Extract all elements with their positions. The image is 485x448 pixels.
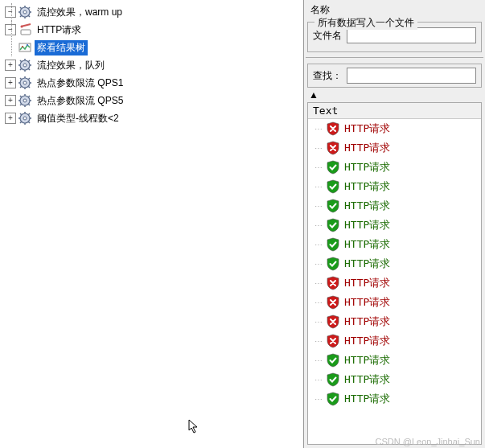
result-row[interactable]: ⋯HTTP请求 bbox=[308, 177, 481, 196]
gear-icon bbox=[18, 76, 32, 90]
result-label: HTTP请求 bbox=[344, 276, 390, 290]
svg-line-8 bbox=[20, 16, 22, 18]
result-row[interactable]: ⋯HTTP请求 bbox=[308, 235, 481, 254]
svg-line-6 bbox=[20, 7, 22, 9]
result-label: HTTP请求 bbox=[344, 353, 390, 368]
expand-icon[interactable]: + bbox=[5, 77, 16, 88]
results-header[interactable]: Text bbox=[308, 103, 481, 119]
mouse-cursor bbox=[188, 419, 199, 434]
gear-icon bbox=[18, 58, 32, 72]
svg-line-53 bbox=[20, 122, 22, 124]
tree-pane: −流控效果，warm up−HTTP请求察看结果树+流控效果，队列+热点参数限流… bbox=[0, 0, 304, 448]
svg-line-22 bbox=[29, 60, 31, 62]
tree-item-label: 热点参数限流 QPS1 bbox=[35, 76, 125, 91]
result-row[interactable]: ⋯HTTP请求 bbox=[308, 216, 481, 235]
tree-item[interactable]: +热点参数限流 QPS1 bbox=[0, 74, 303, 92]
shield-ok-icon bbox=[326, 218, 340, 232]
result-row[interactable]: ⋯HTTP请求 bbox=[308, 312, 481, 331]
tree-item-label: 流控效果，warm up bbox=[35, 5, 125, 20]
tree-item[interactable]: +阈值类型-线程数<2 bbox=[0, 109, 303, 127]
gear-icon bbox=[18, 111, 32, 125]
result-row[interactable]: ⋯HTTP请求 bbox=[308, 138, 481, 158]
gear-icon bbox=[18, 93, 32, 108]
tree-connector: ⋯ bbox=[314, 318, 326, 327]
svg-line-54 bbox=[29, 122, 31, 124]
tree-connector: ⋯ bbox=[314, 279, 326, 288]
svg-point-36 bbox=[23, 99, 27, 102]
svg-line-33 bbox=[20, 87, 22, 88]
svg-point-16 bbox=[23, 64, 27, 67]
result-label: HTTP请求 bbox=[344, 141, 390, 155]
shield-error-icon bbox=[326, 276, 340, 290]
tree-connector: ⋯ bbox=[314, 260, 326, 269]
filename-input[interactable] bbox=[347, 27, 476, 43]
result-label: HTTP请求 bbox=[344, 372, 390, 387]
collapse-icon[interactable]: − bbox=[5, 24, 16, 35]
tree-item[interactable]: −HTTP请求 bbox=[0, 21, 303, 39]
expand-icon[interactable]: + bbox=[5, 60, 16, 71]
search-input[interactable] bbox=[347, 68, 476, 84]
shield-ok-icon bbox=[326, 353, 340, 368]
results-icon bbox=[18, 40, 32, 55]
collapse-up-icon[interactable]: ▲ bbox=[304, 89, 485, 101]
search-box: 查找： bbox=[307, 64, 482, 88]
shield-ok-icon bbox=[326, 199, 340, 213]
svg-line-43 bbox=[20, 105, 22, 106]
tree-item[interactable]: +热点参数限流 QPS5 bbox=[0, 92, 303, 109]
shield-error-icon bbox=[326, 314, 340, 329]
svg-line-41 bbox=[20, 96, 22, 97]
result-row[interactable]: ⋯HTTP请求 bbox=[308, 331, 481, 351]
result-row[interactable]: ⋯HTTP请求 bbox=[308, 119, 481, 138]
tree-item[interactable]: −流控效果，warm up bbox=[0, 3, 303, 21]
tree-item[interactable]: 察看结果树 bbox=[0, 39, 303, 56]
result-row[interactable]: ⋯HTTP请求 bbox=[308, 293, 481, 312]
tree-connector: ⋯ bbox=[314, 144, 326, 153]
svg-line-32 bbox=[29, 78, 31, 80]
separator bbox=[306, 57, 483, 59]
result-row[interactable]: ⋯HTTP请求 bbox=[308, 254, 481, 273]
result-row[interactable]: ⋯HTTP请求 bbox=[308, 158, 481, 177]
tree-connector: ⋯ bbox=[314, 240, 326, 249]
svg-line-42 bbox=[29, 96, 31, 97]
collapse-icon[interactable]: − bbox=[5, 6, 16, 18]
tree-item-label: 察看结果树 bbox=[35, 40, 88, 55]
search-label: 查找： bbox=[313, 69, 342, 83]
svg-point-46 bbox=[23, 117, 27, 120]
tree-item[interactable]: +流控效果，队列 bbox=[0, 56, 303, 74]
svg-point-14 bbox=[27, 44, 28, 46]
result-row[interactable]: ⋯HTTP请求 bbox=[308, 273, 481, 293]
svg-line-34 bbox=[29, 87, 31, 88]
svg-point-13 bbox=[22, 46, 23, 47]
tree-connector: ⋯ bbox=[314, 183, 326, 191]
svg-line-9 bbox=[29, 16, 31, 18]
result-label: HTTP请求 bbox=[344, 121, 390, 136]
name-label: 名称 bbox=[310, 3, 330, 17]
shield-ok-icon bbox=[326, 160, 340, 175]
result-row[interactable]: ⋯HTTP请求 bbox=[308, 196, 481, 216]
tree-item-label: 流控效果，队列 bbox=[35, 58, 107, 73]
tree-connector: ⋯ bbox=[314, 221, 326, 230]
results-panel: Text ⋯HTTP请求⋯HTTP请求⋯HTTP请求⋯HTTP请求⋯HTTP请求… bbox=[307, 102, 482, 445]
result-row[interactable]: ⋯HTTP请求 bbox=[308, 389, 481, 409]
result-label: HTTP请求 bbox=[344, 314, 390, 329]
result-row[interactable]: ⋯HTTP请求 bbox=[308, 370, 481, 389]
result-label: HTTP请求 bbox=[344, 334, 390, 348]
shield-error-icon bbox=[326, 295, 340, 310]
tree-connector: ⋯ bbox=[314, 395, 326, 404]
tree-connector: ⋯ bbox=[314, 163, 326, 172]
tree-item-label: 阈值类型-线程数<2 bbox=[35, 111, 121, 126]
svg-line-21 bbox=[20, 60, 22, 62]
tree-connector: ⋯ bbox=[314, 125, 326, 134]
svg-line-23 bbox=[20, 69, 22, 71]
tree-connector: ⋯ bbox=[314, 356, 326, 365]
svg-rect-12 bbox=[19, 43, 31, 51]
shield-ok-icon bbox=[326, 179, 340, 194]
http-icon bbox=[18, 23, 32, 37]
result-label: HTTP请求 bbox=[344, 199, 390, 213]
svg-point-11 bbox=[21, 26, 23, 28]
result-label: HTTP请求 bbox=[344, 160, 390, 175]
expand-icon[interactable]: + bbox=[5, 113, 16, 124]
result-row[interactable]: ⋯HTTP请求 bbox=[308, 351, 481, 370]
tree-connector: ⋯ bbox=[314, 202, 326, 211]
expand-icon[interactable]: + bbox=[5, 95, 16, 106]
